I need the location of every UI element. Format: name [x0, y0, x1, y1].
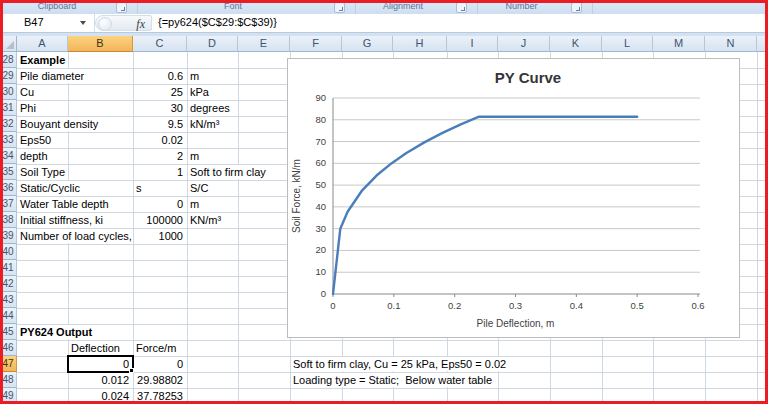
cell-A29[interactable]: Pile diameter — [20, 69, 84, 83]
name-box-dropdown-icon[interactable] — [80, 21, 86, 25]
cell-A45[interactable]: PY624 Output — [20, 325, 92, 339]
cell-C38[interactable]: 100000 — [133, 213, 183, 227]
cell-D37[interactable]: m — [190, 197, 199, 211]
cell-C34[interactable]: 2 — [133, 149, 183, 163]
row-header-38[interactable]: 38 — [0, 212, 17, 228]
select-all-corner[interactable] — [0, 36, 17, 52]
cell-D29[interactable]: m — [190, 69, 199, 83]
row-header-33[interactable]: 33 — [0, 132, 17, 148]
cell-C35[interactable]: 1 — [133, 165, 183, 179]
cell-C37[interactable]: 0 — [133, 197, 183, 211]
cell-C36[interactable]: s — [136, 181, 142, 195]
row-header-47[interactable]: 47 — [0, 356, 17, 372]
cell-A34[interactable]: depth — [20, 149, 48, 163]
row-header-46[interactable]: 46 — [0, 340, 17, 356]
cell-A39[interactable]: Number of load cycles, — [20, 229, 132, 243]
cell-C39[interactable]: 1000 — [133, 229, 183, 243]
cell-A38[interactable]: Initial stiffness, ki — [20, 213, 103, 227]
cell-B48[interactable]: 0.012 — [68, 373, 129, 387]
row-header-37[interactable]: 37 — [0, 196, 17, 212]
py-curve-chart[interactable]: 010203040506070809000.10.20.30.40.50.6PY… — [287, 58, 740, 338]
row-header-40[interactable]: 40 — [0, 244, 17, 260]
column-header-E[interactable]: E — [238, 36, 290, 52]
cell-C48[interactable]: 29.98802 — [133, 373, 183, 387]
column-header-L[interactable]: L — [602, 36, 653, 52]
column-header-partial[interactable] — [757, 36, 768, 52]
column-header-M[interactable]: M — [653, 36, 705, 52]
column-header-H[interactable]: H — [393, 36, 447, 52]
row-header-28[interactable]: 28 — [0, 52, 17, 68]
cell-C31[interactable]: 30 — [133, 101, 183, 115]
cell-D30[interactable]: kPa — [190, 85, 209, 99]
column-header-D[interactable]: D — [187, 36, 238, 52]
cell-C32[interactable]: 9.5 — [133, 117, 183, 131]
cell-A30[interactable]: Cu — [20, 85, 34, 99]
row-header-49[interactable]: 49 — [0, 388, 17, 404]
column-header-J[interactable]: J — [498, 36, 550, 52]
row-header-31[interactable]: 31 — [0, 100, 17, 116]
cell-C47[interactable]: 0 — [133, 357, 183, 371]
column-header-K[interactable]: K — [550, 36, 602, 52]
dialog-launcher-icon[interactable] — [571, 2, 582, 13]
cell-C46[interactable]: Force/m — [136, 341, 176, 355]
cell-F48[interactable]: Loading type = Static; Below water table — [293, 373, 492, 387]
x-tick-label: 0 — [330, 300, 335, 311]
formula-input[interactable]: {=py624($C$29:$C$39)} — [158, 16, 277, 28]
name-box[interactable]: B47 — [0, 14, 95, 32]
cell-C49[interactable]: 37.78253 — [133, 389, 183, 403]
column-header-B[interactable]: B — [68, 36, 133, 52]
row-header-48[interactable]: 48 — [0, 372, 17, 388]
y-axis-title[interactable]: Soil Force, kN/m — [291, 159, 302, 233]
row-header-41[interactable]: 41 — [0, 260, 17, 276]
row-header-34[interactable]: 34 — [0, 148, 17, 164]
ribbon-strip: ClipboardFontAlignmentNumber — [0, 0, 768, 14]
row-header-43[interactable]: 43 — [0, 292, 17, 308]
fill-handle[interactable] — [129, 368, 134, 373]
dialog-launcher-icon[interactable] — [334, 2, 345, 13]
fx-icon[interactable]: fx — [136, 17, 145, 32]
column-header-F[interactable]: F — [290, 36, 342, 52]
cell-C29[interactable]: 0.6 — [133, 69, 183, 83]
x-axis-title[interactable]: Pile Deflection, m — [477, 318, 555, 329]
insert-function-button[interactable]: fx — [95, 15, 152, 31]
cell-D32[interactable]: kN/m³ — [190, 117, 219, 131]
cell-D31[interactable]: degrees — [190, 101, 230, 115]
row-header-36[interactable]: 36 — [0, 180, 17, 196]
cell-D38[interactable]: KN/m³ — [190, 213, 221, 227]
row-header-32[interactable]: 32 — [0, 116, 17, 132]
column-header-C[interactable]: C — [133, 36, 187, 52]
row-header-44[interactable]: 44 — [0, 308, 17, 324]
cell-A33[interactable]: Eps50 — [20, 133, 51, 147]
cell-A32[interactable]: Bouyant density — [20, 117, 98, 131]
row-header-42[interactable]: 42 — [0, 276, 17, 292]
column-header-I[interactable]: I — [447, 36, 498, 52]
row-header-30[interactable]: 30 — [0, 84, 17, 100]
cell-D36[interactable]: S/C — [190, 181, 208, 195]
cell-B46[interactable]: Deflection — [71, 341, 120, 355]
row-header-45[interactable]: 45 — [0, 324, 17, 340]
cell-D35[interactable]: Soft to firm clay — [190, 165, 266, 179]
cell-A31[interactable]: Phi — [20, 101, 36, 115]
dialog-launcher-icon[interactable] — [456, 2, 467, 13]
chart-title[interactable]: PY Curve — [495, 69, 561, 86]
dialog-launcher-icon[interactable] — [116, 2, 127, 13]
cell-A35[interactable]: Soil Type — [20, 165, 65, 179]
cell-A36[interactable]: Static/Cyclic — [20, 181, 80, 195]
column-header-A[interactable]: A — [17, 36, 68, 52]
cell-B49[interactable]: 0.024 — [68, 389, 129, 403]
column-header-G[interactable]: G — [342, 36, 393, 52]
row-header-39[interactable]: 39 — [0, 228, 17, 244]
cell-A37[interactable]: Water Table depth — [20, 197, 109, 211]
cell-C30[interactable]: 25 — [133, 85, 183, 99]
row-header-29[interactable]: 29 — [0, 68, 17, 84]
cell-D34[interactable]: m — [190, 149, 199, 163]
cell-A28[interactable]: Example — [20, 53, 65, 67]
py-curve-series-line[interactable] — [333, 117, 637, 294]
row-header-35[interactable]: 35 — [0, 164, 17, 180]
cell-F47[interactable]: Soft to firm clay, Cu = 25 kPa, Eps50 = … — [293, 357, 506, 371]
active-cell-selection[interactable] — [67, 355, 134, 373]
ribbon-group-label: Clipboard — [3, 1, 111, 11]
cell-C33[interactable]: 0.02 — [133, 133, 183, 147]
worksheet-grid[interactable]: ABCDEFGHIJKLMN28293031323334353637383940… — [0, 36, 768, 404]
column-header-N[interactable]: N — [705, 36, 757, 52]
